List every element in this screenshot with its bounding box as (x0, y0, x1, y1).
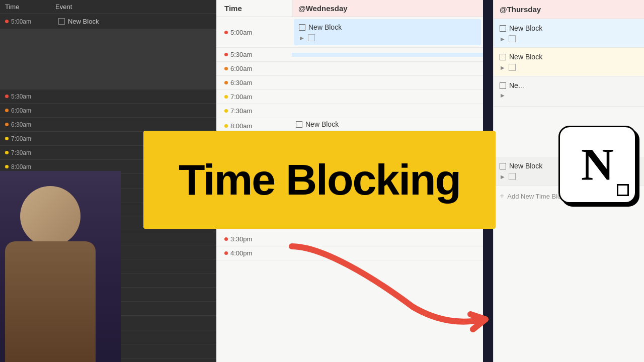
left-time-600: 6:00am (0, 107, 50, 114)
new-block-thu-partial: Ne... (500, 81, 638, 89)
new-block-wed-500: New Block (299, 23, 476, 31)
square-btn-thu-1[interactable] (509, 35, 516, 42)
plus-icon: + (500, 192, 504, 201)
thu-block-2: New Block ▶ (494, 48, 644, 76)
thu-controls-2: ▶ (500, 64, 638, 71)
checkbox-thu-3[interactable] (500, 163, 506, 169)
mid-time-500: 5:00am (216, 29, 292, 36)
new-block-500: New Block (54, 16, 212, 27)
thu-block-1: New Block ▶ (494, 19, 644, 48)
thu-controls-partial: ▶ (500, 93, 638, 98)
checkbox-thu-2[interactable] (500, 54, 506, 60)
banner-text: Time Blocking (179, 155, 460, 205)
left-time-730: 7:30am (0, 149, 50, 156)
checkbox-500[interactable] (58, 18, 65, 25)
left-event-630 (50, 123, 216, 126)
left-event-500: New Block (50, 14, 216, 29)
play-icon-thu-partial[interactable]: ▶ (501, 93, 505, 98)
thu-controls-1: ▶ (500, 35, 638, 42)
gray-block-top (0, 29, 216, 89)
mid-row-500: 5:00am New Block ▶ (216, 17, 483, 48)
mid-col-header: Time @Wednesday (216, 0, 483, 17)
dot-600 (5, 109, 9, 112)
left-row-600: 6:00am (0, 104, 216, 118)
wed-controls-500: ▶ (299, 34, 476, 41)
mid-wed-header: @Wednesday (292, 0, 483, 17)
square-btn-thu-3[interactable] (509, 173, 516, 180)
dot-800 (5, 165, 9, 168)
notion-logo: N (558, 126, 636, 204)
checkbox-wed-500[interactable] (299, 24, 305, 31)
left-time-530: 5:30am (0, 93, 50, 100)
left-event-530 (50, 95, 216, 98)
left-event-header: Event (55, 3, 211, 11)
new-block-wed-800: New Block (296, 120, 479, 128)
square-btn-500[interactable] (308, 34, 315, 41)
notion-logo-square (617, 184, 629, 196)
left-row-530: 5:30am (0, 89, 216, 104)
mid-row-730: 7:30am (216, 104, 483, 118)
play-icon-thu-3[interactable]: ▶ (501, 174, 505, 179)
mid-row-530: 5:30am (216, 48, 483, 62)
wed-block-500: New Block ▶ (294, 19, 481, 45)
mid-row-600: 6:00am (216, 62, 483, 76)
dot-630 (5, 123, 9, 126)
mid-row-630: 6:30am (216, 76, 483, 90)
dot-500 (5, 20, 9, 23)
person-area (0, 171, 121, 362)
dot-730 (5, 151, 9, 154)
left-event-600 (50, 109, 216, 112)
dot-700 (5, 137, 9, 140)
person-head (20, 186, 80, 246)
mid-row-700: 7:00am (216, 90, 483, 104)
red-arrow (272, 236, 493, 337)
left-time-500: 5:00am (0, 18, 50, 25)
left-row-630: 6:30am (0, 118, 216, 132)
left-time-700: 7:00am (0, 135, 50, 142)
person-body (5, 241, 96, 362)
left-time-header: Time (5, 3, 55, 11)
checkbox-thu-partial[interactable] (500, 82, 506, 89)
notion-logo-box: N (558, 126, 636, 204)
right-thu-header: @Thursday (494, 0, 644, 19)
square-btn-thu-2[interactable] (509, 64, 516, 71)
thu-block-partial: Ne... ▶ (494, 76, 644, 107)
left-row-500: 5:00am New Block (0, 14, 216, 29)
mid-time-header: Time (216, 0, 292, 17)
play-icon-thu-2[interactable]: ▶ (501, 65, 505, 70)
banner-overlay: Time Blocking (143, 131, 496, 229)
left-time-800: 8:00am (0, 163, 50, 170)
notion-n-letter: N (581, 142, 614, 188)
left-header: Time Event (0, 0, 216, 14)
new-block-thu-2: New Block (500, 53, 638, 61)
dot-530 (5, 95, 9, 98)
left-time-630: 6:30am (0, 121, 50, 128)
checkbox-thu-1[interactable] (500, 25, 506, 32)
checkbox-wed-800[interactable] (296, 121, 302, 128)
play-icon-thu-1[interactable]: ▶ (501, 36, 505, 42)
new-block-thu-1: New Block (500, 24, 638, 32)
play-icon-500[interactable]: ▶ (300, 35, 304, 41)
